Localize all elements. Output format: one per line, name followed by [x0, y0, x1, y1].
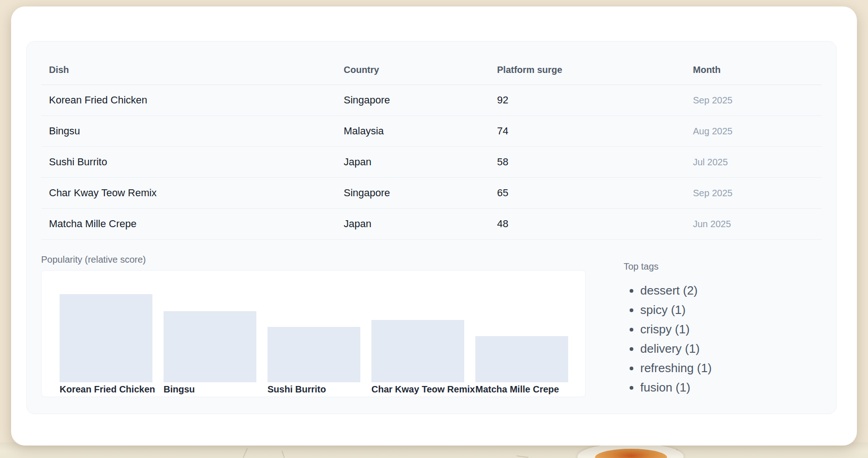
- tag-item: spicy (1): [640, 300, 712, 319]
- app-window: Dish Country Platform surge Month Korean…: [11, 6, 857, 446]
- table-row: Korean Fried Chicken Singapore 92 Sep 20…: [41, 85, 822, 116]
- dish-cell: Sushi Burrito: [41, 156, 336, 168]
- dishes-table: Dish Country Platform surge Month Korean…: [41, 55, 822, 240]
- tag-item: crispy (1): [640, 319, 712, 339]
- lower-content-row: Popularity (relative score) Korean Fried…: [41, 240, 822, 397]
- chart-title: Popularity (relative score): [41, 254, 586, 266]
- surge-cell: 48: [489, 218, 685, 230]
- dish-cell: Matcha Mille Crepe: [41, 218, 336, 230]
- column-header-country: Country: [336, 65, 489, 75]
- table-row: Sushi Burrito Japan 58 Jul 2025: [41, 147, 822, 178]
- month-cell: Sep 2025: [685, 188, 822, 199]
- country-cell: Malaysia: [336, 125, 489, 137]
- chart-bar-slot: Matcha Mille Crepe: [475, 336, 568, 382]
- sketch-stroke: [243, 448, 248, 458]
- chart-bar: [164, 311, 256, 382]
- chart-bar: [267, 327, 360, 382]
- chart-bar: [60, 294, 152, 382]
- tags-list: dessert (2) spicy (1) crispy (1) deliver…: [624, 281, 712, 397]
- chart-bar-label: Char Kway Teow Remix: [371, 384, 475, 395]
- table-row: Char Kway Teow Remix Singapore 65 Sep 20…: [41, 178, 822, 209]
- table-header-row: Dish Country Platform surge Month: [41, 55, 822, 85]
- surge-cell: 74: [489, 125, 685, 137]
- month-cell: Jul 2025: [685, 157, 822, 168]
- chart-bar-slot: Char Kway Teow Remix: [371, 320, 464, 382]
- dish-cell: Bingsu: [41, 125, 336, 137]
- chart-bar-slot: Bingsu: [164, 311, 256, 382]
- sketch-stroke: [282, 451, 285, 458]
- tag-item: delivery (1): [640, 339, 712, 358]
- chart-bar-label: Korean Fried Chicken: [60, 384, 155, 395]
- surge-cell: 58: [489, 156, 685, 168]
- surge-cell: 92: [489, 94, 685, 106]
- month-cell: Aug 2025: [685, 126, 822, 137]
- column-header-dish: Dish: [41, 65, 336, 75]
- tag-item: refreshing (1): [640, 358, 712, 378]
- country-cell: Singapore: [336, 94, 489, 106]
- column-header-surge: Platform surge: [489, 65, 685, 75]
- month-cell: Sep 2025: [685, 95, 822, 106]
- country-cell: Japan: [336, 218, 489, 230]
- surge-cell: 65: [489, 187, 685, 199]
- top-tags-section: Top tags dessert (2) spicy (1) crispy (1…: [624, 240, 712, 397]
- chart-bar: [371, 320, 464, 382]
- country-cell: Singapore: [336, 187, 489, 199]
- sketch-stroke: [516, 455, 528, 458]
- dish-cell: Korean Fried Chicken: [41, 94, 336, 106]
- tag-item: dessert (2): [640, 281, 712, 300]
- tag-item: fusion (1): [640, 378, 712, 397]
- chart-bar-label: Matcha Mille Crepe: [475, 384, 559, 395]
- table-row: Matcha Mille Crepe Japan 48 Jun 2025: [41, 209, 822, 240]
- chart-bar: [475, 336, 568, 382]
- chart-bar-label: Sushi Burrito: [267, 384, 326, 395]
- country-cell: Japan: [336, 156, 489, 168]
- chart-bar-slot: Sushi Burrito: [267, 327, 360, 382]
- popularity-bar-chart: Korean Fried Chicken Bingsu Sushi Burrit…: [41, 270, 586, 397]
- column-header-month: Month: [685, 65, 822, 75]
- tags-title: Top tags: [624, 261, 712, 273]
- chart-bar-slot: Korean Fried Chicken: [60, 294, 152, 382]
- dish-cell: Char Kway Teow Remix: [41, 187, 336, 199]
- table-row: Bingsu Malaysia 74 Aug 2025: [41, 116, 822, 147]
- month-cell: Jun 2025: [685, 219, 822, 229]
- content-card: Dish Country Platform surge Month Korean…: [26, 41, 837, 414]
- popularity-chart-section: Popularity (relative score) Korean Fried…: [41, 240, 586, 397]
- chart-bar-label: Bingsu: [164, 384, 195, 395]
